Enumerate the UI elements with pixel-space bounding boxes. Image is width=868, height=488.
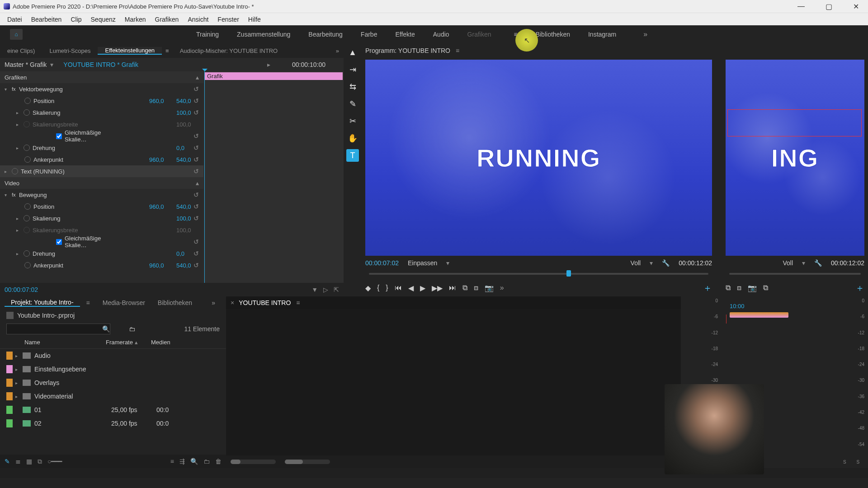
current-timecode[interactable]: 00:00:07:02 (5, 286, 38, 293)
reset-icon[interactable]: ↺ (193, 238, 199, 245)
snap-icon[interactable]: ⇱ (334, 286, 339, 293)
menu-fenster[interactable]: Fenster (213, 16, 243, 23)
timeline-zoom[interactable] (285, 460, 330, 464)
lift-button[interactable]: ⧉ (462, 284, 467, 292)
quality-dropdown[interactable]: Voll (631, 259, 641, 267)
project-row[interactable]: 02 25,00 fps 00:0 (0, 417, 226, 430)
menu-marken[interactable]: Marken (120, 16, 151, 23)
ws-audio[interactable]: Audio (433, 31, 449, 38)
pos-y2[interactable]: 540,0 (176, 203, 203, 210)
program-viewer[interactable]: RUNNING (365, 60, 712, 256)
section-grafiken[interactable]: Grafiken (5, 74, 203, 81)
uniform-scale-checkbox[interactable] (56, 239, 62, 245)
menu-ansicht[interactable]: Ansicht (183, 16, 213, 23)
ws-training[interactable]: Training (196, 31, 219, 38)
ripple-tool[interactable]: ⇆ (346, 80, 359, 93)
sequence-clip-label[interactable]: YOUTUBE INTRO * Grafik (63, 61, 138, 68)
new-bin-icon[interactable]: 🗀 (203, 458, 210, 465)
zoom-slider[interactable]: ○━━━ (47, 458, 62, 465)
keyframe-toggle[interactable] (24, 145, 30, 151)
quality-dropdown[interactable]: Voll (783, 259, 793, 267)
expand-icon[interactable]: ▸ (15, 380, 23, 385)
section-text[interactable]: Text (RUNNING) (21, 168, 203, 175)
wrench-icon[interactable]: 🔧 (662, 259, 670, 267)
expand-icon[interactable]: ▸ (16, 251, 24, 256)
mini-clip[interactable] (730, 312, 788, 318)
goto-in-button[interactable]: ⏮ (395, 284, 402, 292)
reset-icon[interactable]: ↺ (193, 132, 199, 140)
section-vektorbewegung[interactable]: Vektorbewegung (19, 86, 203, 93)
keyframe-toggle[interactable] (24, 109, 30, 116)
expand-icon[interactable]: ▸ (16, 228, 24, 233)
rot-val[interactable]: 0,0 (176, 145, 203, 151)
keyframe-toggle[interactable] (24, 262, 31, 268)
extract-button[interactable]: ⧈ (474, 284, 478, 292)
reset-icon[interactable]: ↺ (193, 144, 199, 151)
project-row[interactable]: ▸ Audio (0, 349, 226, 362)
keyframe-toggle[interactable] (24, 203, 31, 210)
expand-icon[interactable]: ▸ (5, 169, 12, 174)
tabs-overflow[interactable]: » (336, 47, 344, 54)
menu-clip[interactable]: Clip (66, 16, 86, 23)
home-icon[interactable]: ⌂ (10, 29, 23, 40)
scale-val2[interactable]: 100,0 (176, 215, 203, 222)
keyframe-toggle[interactable] (24, 156, 31, 163)
anchor-x[interactable]: 960,0 (149, 156, 176, 163)
in-button[interactable]: { (377, 284, 379, 292)
reset-icon[interactable]: ↺ (193, 215, 199, 222)
sort-icon[interactable]: ≡ (170, 458, 174, 465)
reset-icon[interactable]: ↺ (193, 191, 199, 198)
play-icon[interactable]: ▷ (323, 286, 328, 293)
collapse-icon[interactable]: ▴ (196, 74, 199, 81)
keyframe-area[interactable]: Grafik (203, 71, 344, 283)
expand-icon[interactable]: ▸ (15, 367, 23, 372)
project-row[interactable]: ▸ Videomaterial (0, 389, 226, 403)
export-frame-button[interactable]: 📷 (485, 284, 494, 292)
type-tool[interactable]: T (346, 149, 359, 162)
tab-effekteinstellungen[interactable]: Effekteinstellungen (98, 47, 162, 55)
section-video[interactable]: Video (5, 180, 203, 187)
play-button[interactable]: ▶ (420, 284, 425, 292)
menu-hilfe[interactable]: Hilfe (244, 16, 265, 23)
step-fwd-button[interactable]: ▶▶ (432, 284, 443, 292)
expand-icon[interactable]: ▸ (16, 216, 24, 221)
pos-x2[interactable]: 960,0 (149, 203, 176, 210)
solo-buttons[interactable]: S S (841, 458, 866, 466)
expand-icon[interactable]: ▸ (15, 394, 23, 399)
keyframe-toggle[interactable] (24, 250, 30, 257)
project-row[interactable]: ▸ Einstellungsebene (0, 362, 226, 376)
close-button[interactable]: ✕ (848, 2, 864, 11)
tab-bibliotheken[interactable]: Bibliotheken (151, 299, 198, 306)
tab-projekt[interactable]: Projekt: Youtube Intro- (5, 299, 80, 307)
maximize-button[interactable]: ▢ (820, 2, 838, 11)
play-tri-icon[interactable]: ▸ (267, 61, 274, 68)
track-select-tool[interactable]: ⇥ (346, 63, 359, 76)
ws-farbe[interactable]: Farbe (361, 31, 377, 38)
viewer-timecode-left[interactable]: 00:00:07:02 (365, 259, 399, 267)
col-framerate[interactable]: Framerate▴ (106, 339, 151, 346)
tab-audioclip-mischer[interactable]: Audioclip-Mischer: YOUTUBE INTRO (173, 47, 285, 54)
fx-toggle-icon[interactable]: fx (12, 192, 19, 197)
reset-icon[interactable]: ↺ (193, 250, 199, 257)
reset-icon[interactable]: ↺ (193, 156, 199, 163)
scrubber[interactable] (726, 268, 864, 279)
keyframe-toggle[interactable] (24, 121, 30, 127)
col-medien[interactable]: Medien (151, 339, 220, 346)
ws-grafiken[interactable]: Grafiken (467, 31, 491, 38)
expand-icon[interactable]: ▾ (5, 87, 12, 92)
master-clip-label[interactable]: Master * Grafik (5, 61, 47, 68)
hand-tool[interactable]: ✋ (346, 132, 359, 145)
minimize-button[interactable]: — (792, 2, 810, 11)
tab-media-browser[interactable]: Media-Browser (96, 299, 151, 306)
expand-icon[interactable]: ▸ (16, 110, 24, 115)
trash-icon[interactable]: 🗑 (215, 458, 222, 465)
expand-icon[interactable]: ▸ (16, 145, 24, 150)
reset-icon[interactable]: ↺ (193, 203, 199, 210)
tab-lumetri[interactable]: Lumetri-Scopes (42, 47, 98, 54)
out-button[interactable]: } (386, 284, 388, 292)
project-row[interactable]: ▸ Overlays (0, 376, 226, 389)
ws-instagram[interactable]: Instagram (588, 31, 616, 38)
extract-button[interactable]: ⧈ (737, 284, 741, 292)
ws-effekte[interactable]: Effekte (395, 31, 415, 38)
reset-icon[interactable]: ↺ (193, 97, 199, 104)
